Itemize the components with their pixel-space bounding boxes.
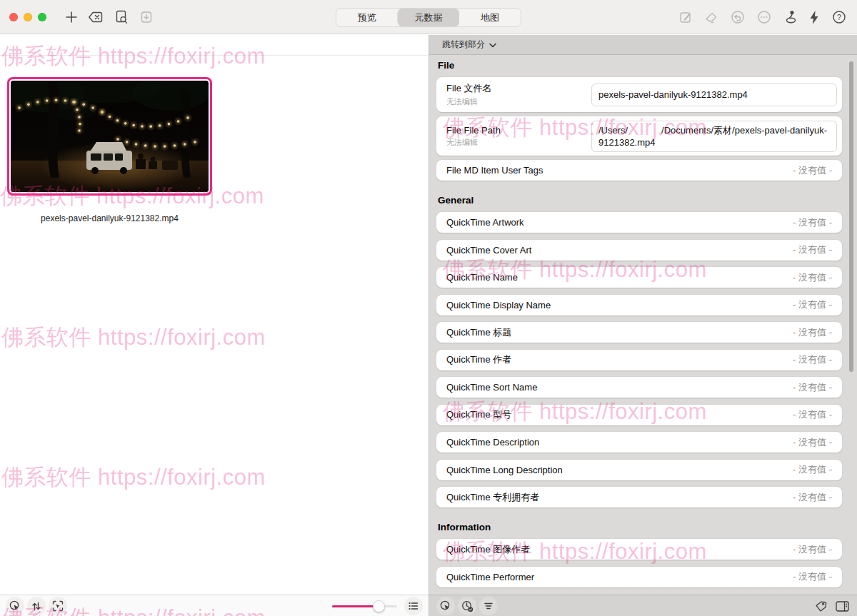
metadata-row[interactable]: QuickTime Name- 没有值 - [436,267,842,288]
no-value-label: - 没有值 - [793,326,832,339]
no-value-label: - 没有值 - [793,543,832,556]
jump-to-section-button[interactable]: 跳转到部分 [429,35,857,55]
row-label: QuickTime 作者 [446,353,511,366]
section-title: General [438,195,849,206]
metadata-row[interactable]: QuickTime Sort Name- 没有值 - [436,377,842,398]
help-icon[interactable]: ? [829,7,849,27]
metadata-bottom-bar [428,595,857,616]
minimize-window-button[interactable] [24,13,32,21]
row-label: File File Path [446,125,501,136]
row-label: QuickTime Description [446,437,539,448]
map-pin-icon[interactable] [781,7,801,27]
row-label: QuickTime Sort Name [446,382,537,393]
no-value-label: - 没有值 - [793,436,832,449]
metadata-row[interactable]: QuickTime 型号- 没有值 - [436,405,842,425]
metadata-panel: 跳转到部分 FileFile 文件名无法编辑pexels-pavel-danil… [428,35,857,595]
tag-button[interactable] [812,597,829,615]
undo-icon[interactable] [728,7,748,27]
inspect-document-icon[interactable] [111,7,131,27]
row-labels: QuickTime 作者 [446,353,511,366]
row-label: QuickTime Display Name [446,300,551,310]
metadata-row[interactable]: QuickTime Long Description- 没有值 - [436,460,842,480]
view-mode-segmented-control: 预览元数据地图 [336,8,521,27]
tab-segment-2[interactable]: 地图 [459,9,521,26]
no-value-label: - 没有值 - [793,353,832,366]
metadata-row[interactable]: QuickTime 专利拥有者- 没有值 - [436,487,842,508]
library-panel: pexels-pavel-danilyuk-9121382.mp4 [0,35,428,595]
row-labels: QuickTime 型号 [446,408,511,421]
metadata-row[interactable]: QuickTime 作者- 没有值 - [436,350,842,370]
video-thumbnail-image [11,81,209,192]
thumbnail-size-slider[interactable] [332,605,397,607]
row-labels: QuickTime Cover Art [446,245,531,256]
svg-text:?: ? [837,13,841,21]
no-value-label: - 没有值 - [793,216,832,229]
metadata-row[interactable]: QuickTime Performer- 没有值 - [436,567,842,587]
left-panel-divider [0,55,428,56]
row-label: QuickTime 标题 [446,326,511,339]
more-options-icon[interactable] [754,7,774,27]
toggle-inspector-button[interactable] [833,597,851,615]
metadata-row[interactable]: QuickTime 图像作者- 没有值 - [436,539,842,560]
metadata-row[interactable]: File File Path无法编辑/Users/ /Documents/素材/… [436,116,842,156]
metadata-row[interactable]: QuickTime 标题- 没有值 - [436,322,842,343]
no-value-label: - 没有值 - [793,463,832,476]
toolbar: 预览元数据地图 ? [0,0,857,34]
metadata-sections: FileFile 文件名无法编辑pexels-pavel-danilyuk-91… [429,56,857,595]
no-value-label: - 没有值 - [793,243,832,256]
filter-button[interactable] [479,597,498,615]
row-label: File MD Item User Tags [446,165,543,176]
row-note: 无法编辑 [446,137,501,148]
slider-thumb[interactable] [373,600,385,612]
metadata-row[interactable]: QuickTime Artwork- 没有值 - [436,212,842,233]
metadata-row[interactable]: QuickTime Display Name- 没有值 - [436,295,842,315]
app-window: 预览元数据地图 ? [0,0,857,616]
export-icon[interactable] [136,7,156,27]
no-value-label: - 没有值 - [793,381,832,394]
chevron-down-icon [489,40,496,50]
pointer-mode-button[interactable] [6,597,24,615]
zoom-window-button[interactable] [38,13,46,21]
row-value-field[interactable]: /Users/ /Documents/素材/pexels-pavel-danil… [591,121,837,152]
history-check-button[interactable] [458,597,476,615]
scan-select-button[interactable] [49,597,67,615]
jump-to-section-label: 跳转到部分 [442,39,485,51]
selected-video-thumbnail[interactable] [7,77,212,196]
eraser-icon[interactable] [701,7,721,27]
no-value-label: - 没有值 - [793,164,832,177]
no-value-label: - 没有值 - [793,298,832,311]
sort-button[interactable] [27,597,46,615]
row-labels: QuickTime 专利拥有者 [446,491,539,504]
metadata-row[interactable]: File 文件名无法编辑pexels-pavel-danilyuk-912138… [436,77,842,112]
row-label: QuickTime Cover Art [446,245,531,256]
no-value-label: - 没有值 - [793,570,832,583]
add-icon[interactable] [61,7,81,27]
actions-lightning-icon[interactable] [804,7,824,27]
row-value-field[interactable]: pexels-pavel-danilyuk-9121382.mp4 [591,84,837,106]
metadata-row[interactable]: File MD Item User Tags- 没有值 - [436,160,842,181]
section-title: Information [438,522,849,532]
row-label: QuickTime Name [446,272,518,283]
row-labels: QuickTime Artwork [446,217,524,228]
row-label: QuickTime Artwork [446,217,524,228]
video-filename-caption: pexels-pavel-danilyuk-9121382.mp4 [7,213,212,223]
row-labels: File MD Item User Tags [446,165,543,176]
pointer-mode-button-right[interactable] [436,597,455,615]
metadata-row[interactable]: QuickTime Cover Art- 没有值 - [436,240,842,261]
library-bottom-bar [0,595,428,616]
scrollbar[interactable] [849,61,853,372]
tab-segment-0[interactable]: 预览 [336,9,398,26]
section-title: File [438,60,849,71]
row-labels: QuickTime 图像作者 [446,543,530,556]
edit-icon[interactable] [676,7,696,27]
row-labels: QuickTime Description [446,437,539,448]
metadata-row[interactable]: QuickTime Description- 没有值 - [436,432,842,453]
row-labels: QuickTime Performer [446,572,534,582]
close-window-button[interactable] [9,13,18,21]
clear-backspace-icon[interactable] [86,7,106,27]
row-label: QuickTime Performer [446,572,534,582]
no-value-label: - 没有值 - [793,271,832,284]
list-view-button[interactable] [404,597,423,615]
tab-segment-1[interactable]: 元数据 [398,9,459,26]
row-label: QuickTime 专利拥有者 [446,491,539,504]
